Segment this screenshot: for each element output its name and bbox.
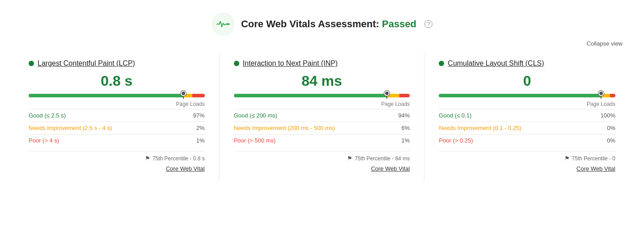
stat-label: Good (≤ 2.5 s) [29, 109, 183, 122]
status-badge: Passed [382, 18, 416, 29]
svg-point-1 [228, 23, 229, 25]
percentile-row: ⚑ 75th Percentile - 84 ms [234, 151, 410, 162]
metric-title-row: Interaction to Next Paint (INP) [234, 59, 410, 67]
stat-row: Poor (> 0.25) 0% [439, 134, 615, 147]
status-dot [29, 61, 34, 66]
core-web-vital-link-wrapper: Core Web Vital [439, 164, 615, 172]
metric-title[interactable]: Interaction to Next Paint (INP) [243, 59, 338, 67]
collapse-row: Collapse view [0, 40, 644, 52]
percentile-icon: ⚑ [145, 155, 150, 162]
stat-label: Good (≤ 0.1) [439, 109, 588, 122]
percentile-value: 75th Percentile - 0 [572, 155, 615, 162]
metric-value: 84 ms [234, 73, 410, 89]
core-web-vital-link-wrapper: Core Web Vital [234, 164, 410, 172]
page-loads-label: Page Loads [29, 101, 205, 107]
metric-title[interactable]: Largest Contentful Paint (LCP) [38, 59, 135, 67]
percentile-value: 75th Percentile - 0.8 s [153, 155, 205, 162]
status-dot [234, 61, 239, 66]
metric-card-cls: Cumulative Layout Shift (CLS) 0 Page Loa… [424, 52, 630, 181]
bar-marker [601, 92, 602, 99]
stat-row: Poor (> 500 ms) 1% [234, 134, 410, 147]
bar-wrapper [29, 94, 205, 97]
stat-value: 100% [589, 109, 615, 122]
core-web-vital-link[interactable]: Core Web Vital [576, 165, 615, 172]
core-web-vital-link[interactable]: Core Web Vital [371, 165, 410, 172]
bar-green [439, 94, 601, 97]
status-dot [439, 61, 444, 66]
bar-marker [386, 92, 387, 99]
stat-label: Needs Improvement (2.5 s - 4 s) [29, 122, 183, 134]
metric-card-inp: Interaction to Next Paint (INP) 84 ms Pa… [220, 52, 425, 181]
stat-row: Needs Improvement (200 ms - 500 ms) 6% [234, 122, 410, 134]
bar-red [399, 94, 410, 97]
stat-row: Good (≤ 0.1) 100% [439, 109, 615, 122]
stats-table: Good (≤ 0.1) 100% Needs Improvement (0.1… [439, 109, 615, 146]
help-icon[interactable]: ? [424, 20, 432, 28]
stat-label: Poor (> 0.25) [439, 134, 588, 147]
stat-value: 6% [392, 122, 410, 134]
bar-green [29, 94, 183, 97]
stat-value: 94% [392, 109, 410, 122]
metrics-grid: Largest Contentful Paint (LCP) 0.8 s Pag… [0, 52, 644, 192]
stat-value: 97% [183, 109, 204, 122]
percentile-icon: ⚑ [347, 155, 352, 162]
bar-green [234, 94, 387, 97]
bar-red [610, 94, 615, 97]
stat-label: Poor (> 500 ms) [234, 134, 392, 147]
vitals-icon-wrapper [212, 13, 235, 36]
metric-title-row: Cumulative Layout Shift (CLS) [439, 59, 615, 67]
stat-label: Good (≤ 200 ms) [234, 109, 392, 122]
stat-row: Good (≤ 200 ms) 94% [234, 109, 410, 122]
bar-track [29, 94, 205, 97]
percentile-row: ⚑ 75th Percentile - 0.8 s [29, 151, 205, 162]
stat-value: 0% [589, 122, 615, 134]
metric-title-row: Largest Contentful Paint (LCP) [29, 59, 205, 67]
bar-track [439, 94, 615, 97]
percentile-row: ⚑ 75th Percentile - 0 [439, 151, 615, 162]
metric-value: 0.8 s [29, 73, 205, 89]
bar-wrapper [234, 94, 410, 97]
stat-value: 1% [392, 134, 410, 147]
stat-row: Poor (> 4 s) 1% [29, 134, 205, 147]
stats-table: Good (≤ 200 ms) 94% Needs Improvement (2… [234, 109, 410, 146]
header-section: Core Web Vitals Assessment: Passed ? [0, 0, 644, 40]
bar-track [234, 94, 410, 97]
bar-wrapper [439, 94, 615, 97]
core-web-vital-link-wrapper: Core Web Vital [29, 164, 205, 172]
stat-label: Needs Improvement (200 ms - 500 ms) [234, 122, 392, 134]
metric-title[interactable]: Cumulative Layout Shift (CLS) [448, 59, 544, 67]
metric-card-lcp: Largest Contentful Paint (LCP) 0.8 s Pag… [14, 52, 220, 181]
title-prefix: Core Web Vitals Assessment: [241, 18, 379, 29]
stats-table: Good (≤ 2.5 s) 97% Needs Improvement (2.… [29, 109, 205, 146]
stat-value: 1% [183, 134, 204, 147]
stat-row: Good (≤ 2.5 s) 97% [29, 109, 205, 122]
percentile-icon: ⚑ [564, 155, 570, 162]
percentile-value: 75th Percentile - 84 ms [355, 155, 410, 162]
core-web-vital-link[interactable]: Core Web Vital [166, 165, 205, 172]
stat-value: 0% [589, 134, 615, 147]
vitals-icon [216, 20, 230, 29]
stat-label: Needs Improvement (0.1 - 0.25) [439, 122, 588, 134]
bar-marker [183, 92, 184, 99]
page-loads-label: Page Loads [439, 101, 615, 107]
metric-value: 0 [439, 73, 615, 89]
page-title: Core Web Vitals Assessment: Passed [241, 18, 416, 30]
page-loads-label: Page Loads [234, 101, 410, 107]
stat-value: 2% [183, 122, 204, 134]
bar-red [192, 94, 205, 97]
stat-row: Needs Improvement (2.5 s - 4 s) 2% [29, 122, 205, 134]
stat-label: Poor (> 4 s) [29, 134, 183, 147]
stat-row: Needs Improvement (0.1 - 0.25) 0% [439, 122, 615, 134]
collapse-link[interactable]: Collapse view [587, 40, 623, 47]
